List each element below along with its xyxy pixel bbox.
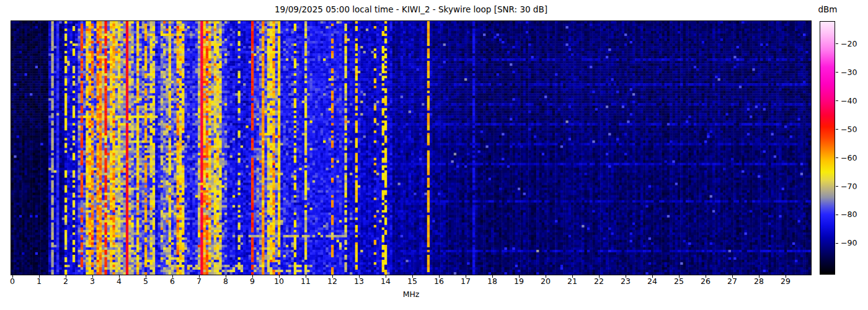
colorbar-gradient [820, 21, 835, 275]
x-tick-label: 17 [461, 277, 471, 286]
colorbar-tick-label: −70 [841, 182, 857, 191]
x-tick-label: 23 [621, 277, 631, 286]
x-tick-label: 20 [541, 277, 551, 286]
spectrogram-figure: 19/09/2025 05:00 local time - KIWI_2 - S… [0, 0, 868, 310]
colorbar-tick-mark [836, 72, 838, 73]
colorbar-tick-label: −40 [841, 97, 857, 105]
x-tick-label: 1 [37, 277, 42, 286]
colorbar-tick-mark [836, 243, 838, 244]
colorbar-tick-mark [836, 186, 838, 187]
colorbar-tick-mark [836, 215, 838, 215]
x-tick-label: 10 [274, 277, 284, 286]
x-tick-label: 29 [781, 277, 790, 286]
x-tick-label: 9 [250, 277, 255, 286]
x-tick-label: 0 [10, 277, 15, 286]
colorbar-tick-label: −60 [841, 154, 857, 162]
x-tick-label: 19 [514, 277, 524, 286]
x-tick-label: 21 [567, 277, 577, 286]
colorbar-tick-mark [836, 157, 838, 158]
chart-title: 19/09/2025 05:00 local time - KIWI_2 - S… [11, 4, 811, 14]
x-tick-label: 18 [487, 277, 497, 286]
colorbar-tick-label: −80 [841, 210, 857, 219]
x-tick-label: 6 [170, 277, 175, 286]
x-tick-label: 25 [674, 277, 684, 286]
x-tick-label: 2 [63, 277, 68, 286]
x-axis-label: MHz [11, 290, 811, 299]
x-tick-label: 26 [701, 277, 711, 286]
x-tick-label: 28 [754, 277, 764, 286]
x-tick-label: 3 [90, 277, 95, 286]
colorbar-tick-label: −90 [841, 239, 857, 247]
x-tick-label: 11 [301, 277, 311, 286]
x-tick-label: 15 [407, 277, 417, 286]
x-tick-label: 7 [197, 277, 202, 286]
x-tick-label: 27 [727, 277, 737, 286]
colorbar-tick-mark [836, 100, 838, 101]
colorbar-tick-label: −50 [841, 125, 857, 134]
waterfall-canvas [11, 20, 812, 275]
colorbar-tick-mark [836, 43, 838, 44]
x-tick-label: 5 [143, 277, 148, 286]
x-tick-label: 22 [594, 277, 604, 286]
colorbar-label: dBm [810, 4, 846, 14]
x-tick-label: 12 [327, 277, 337, 286]
x-tick-label: 13 [354, 277, 364, 286]
x-tick-label: 4 [117, 277, 122, 286]
x-tick-label: 8 [223, 277, 228, 286]
x-tick-label: 16 [434, 277, 444, 286]
x-tick-label: 24 [647, 277, 657, 286]
colorbar-tick-label: −20 [841, 40, 857, 48]
x-tick-label: 14 [381, 277, 391, 286]
colorbar-tick-mark [836, 129, 838, 130]
colorbar-tick-label: −30 [841, 68, 857, 77]
